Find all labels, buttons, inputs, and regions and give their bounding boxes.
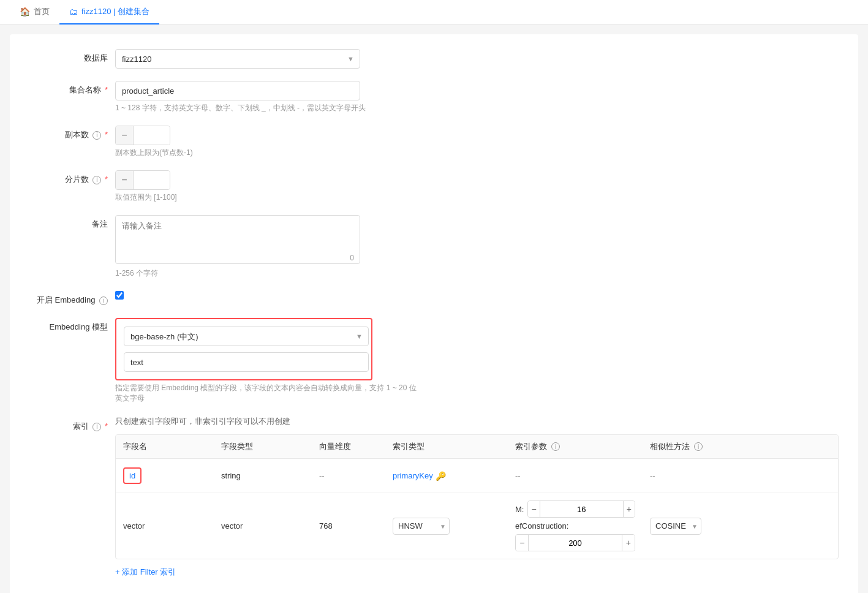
m-value-input[interactable] [540,501,624,517]
embedding-inner: bge-base-zh (中文) bge-large-zh (中文) bge-b… [124,327,364,372]
collection-required: * [105,85,108,94]
tab-create-label: fizz1120 | 创建集合 [81,6,149,17]
m-param-row: M: − + [515,500,635,518]
similarity-info-icon[interactable]: i [694,442,703,451]
ef-decrement-btn[interactable]: − [516,535,528,551]
shards-decrement-btn[interactable]: − [116,171,133,189]
database-select[interactable]: fizz1120 [115,49,360,69]
m-label: M: [515,505,524,514]
collection-name-input[interactable] [115,81,360,100]
database-label: 数据库 [29,49,115,64]
shards-value-input[interactable] [133,171,170,189]
m-decrement-btn[interactable]: − [528,501,539,517]
header-field-type: 字段类型 [214,435,312,458]
collection-hint: 1 ~ 128 字符，支持英文字母、数字、下划线 _，中划线 -，需以英文字母开… [115,103,421,113]
database-select-wrapper: fizz1120 ▼ [115,49,360,69]
main-content: 数据库 fizz1120 ▼ 集合名称 * 1 ~ 128 字符，支持英文字母、… [10,34,858,593]
raw-field-input[interactable] [124,352,369,372]
remarks-textarea[interactable] [115,215,360,264]
remarks-label: 备注 [29,215,115,230]
hnsw-select-wrapper: HNSW FLAT IVF_FLAT ▼ [393,518,450,535]
ef-label: efConstruction: [515,521,568,531]
enable-embedding-label: 开启 Embedding i [29,291,115,306]
index-params-info-icon[interactable]: i [551,442,560,451]
embedding-checkbox-wrapper [115,291,421,300]
remarks-hint: 1-256 个字符 [115,268,421,279]
index-label-col: 索引 i * [29,416,115,432]
embedding-checkbox[interactable] [115,291,124,300]
vector-field-cell: vector [116,514,214,538]
embedding-model-content: bge-base-zh (中文) bge-large-zh (中文) bge-b… [115,318,421,404]
replicas-label: 副本数 i * [29,126,115,140]
replicas-value-input[interactable] [133,126,170,145]
ef-value-input[interactable] [528,535,622,551]
index-params-container: M: − + efConstruction: [515,500,635,551]
collection-name-content: 1 ~ 128 字符，支持英文字母、数字、下划线 _，中划线 -，需以英文字母开… [115,81,421,113]
remarks-content: 0 1-256 个字符 [115,215,421,279]
replicas-hint: 副本数上限为(节点数-1) [115,148,421,158]
ef-stepper: − + [515,534,635,551]
add-filter-link[interactable]: + 添加 Filter 索引 [115,567,176,578]
header-index-type: 索引类型 [385,435,508,458]
vector-params-cell: M: − + efConstruction: [508,493,643,559]
id-similarity-cell: -- [643,464,765,488]
home-label: 首页 [34,6,50,17]
database-row: 数据库 fizz1120 ▼ [29,49,839,69]
shards-stepper: − + [115,170,170,190]
index-hint: 只创建索引字段即可，非索引引字段可以不用创建 [115,416,839,427]
cosine-select-wrapper: COSINE IP L2 ▼ [650,518,701,535]
database-content: fizz1120 ▼ [115,49,421,69]
header-dimension: 向量维度 [312,435,385,458]
shards-info-icon[interactable]: i [92,176,101,184]
home-icon: 🏠 [20,7,30,17]
m-increment-btn[interactable]: + [624,501,635,517]
header-index-params: 索引参数 i [508,435,643,458]
replicas-required: * [105,130,108,139]
shards-required: * [105,175,108,184]
id-field-cell: id [116,460,214,491]
id-type-cell: string [214,464,312,488]
hnsw-select[interactable]: HNSW FLAT IVF_FLAT [393,518,450,535]
submit-area: 提交 [29,590,839,593]
tab-home[interactable]: 🏠 首页 [10,0,59,25]
ef-param-row: efConstruction: [515,521,635,531]
id-index-type-cell: primaryKey 🔑 [385,464,508,488]
id-field-value[interactable]: id [123,467,142,484]
enable-embedding-content [115,291,421,300]
collection-name-label: 集合名称 * [29,81,115,96]
ef-stepper-row: − + [515,534,635,551]
index-required: * [105,421,108,431]
shards-hint: 取值范围为 [1-100] [115,192,421,203]
index-info-icon[interactable]: i [92,423,101,431]
vector-similarity-cell: COSINE IP L2 ▼ [643,510,765,542]
id-dimension-cell: -- [312,464,385,488]
embedding-model-label-col: Embedding 模型 [29,318,115,333]
replicas-row: 副本数 i * − + 副本数上限为(节点数-1) [29,126,839,158]
index-row: 索引 i * 只创建索引字段即可，非索引引字段可以不用创建 字段名 字段类型 向… [29,416,839,578]
embedding-model-select-wrapper: bge-base-zh (中文) bge-large-zh (中文) bge-b… [124,327,369,346]
vector-dimension-cell: 768 [312,514,385,538]
table-header: 字段名 字段类型 向量维度 索引类型 索引参数 i [116,435,838,459]
ef-increment-btn[interactable]: + [622,535,635,551]
replicas-info-icon[interactable]: i [92,131,101,140]
key-icon: 🔑 [436,471,446,481]
embedding-model-select[interactable]: bge-base-zh (中文) bge-large-zh (中文) bge-b… [124,327,369,346]
embedding-info-icon[interactable]: i [99,296,108,305]
collection-name-row: 集合名称 * 1 ~ 128 字符，支持英文字母、数字、下划线 _，中划线 -，… [29,81,839,113]
raw-field-hint: 指定需要使用 Embedding 模型的字段，该字段的文本内容会自动转换成向量，… [115,383,421,404]
remarks-textarea-wrapper: 0 [115,215,360,266]
replicas-stepper: − + [115,126,170,145]
tab-create-collection[interactable]: 🗂 fizz1120 | 创建集合 [59,0,159,25]
header-field-name: 字段名 [116,435,214,458]
remarks-counter: 0 [350,254,354,262]
collection-icon: 🗂 [69,7,78,17]
replicas-decrement-btn[interactable]: − [116,126,133,145]
top-nav: 🏠 首页 🗂 fizz1120 | 创建集合 [0,0,868,25]
shards-row: 分片数 i * − + 取值范围为 [1-100] [29,170,839,203]
index-content: 只创建索引字段即可，非索引引字段可以不用创建 字段名 字段类型 向量维度 索引类… [115,416,839,578]
primary-key-label: primaryKey [393,471,433,480]
embedding-model-row: Embedding 模型 bge-base-zh (中文) bge-large-… [29,318,839,404]
cosine-select[interactable]: COSINE IP L2 [650,518,701,535]
m-stepper: − + [527,500,635,518]
header-similarity: 相似性方法 i [643,435,765,458]
